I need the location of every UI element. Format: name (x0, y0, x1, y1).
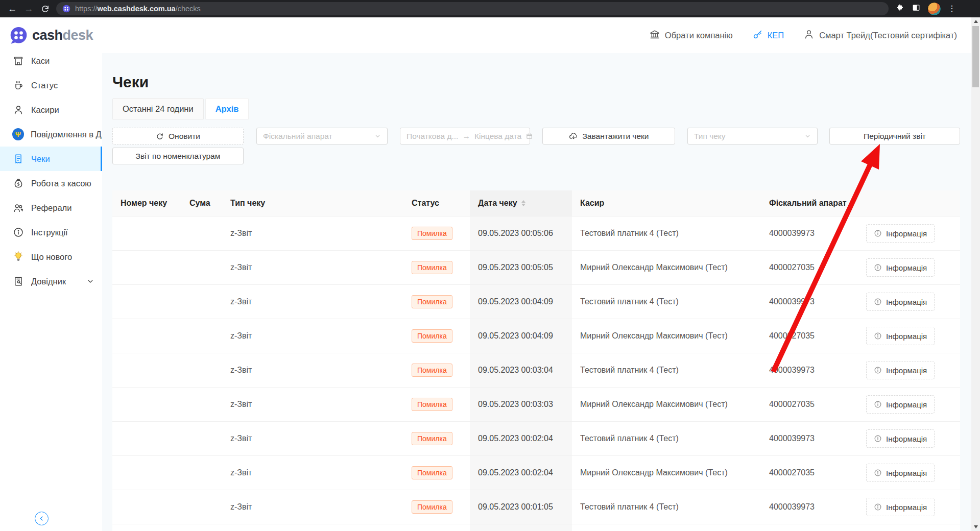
cell-device: 4000039973 (761, 353, 858, 387)
info-button[interactable]: Інформація (866, 498, 935, 516)
column-label: Фіскальний апарат (769, 199, 847, 208)
cell-cashier: Мирний Олександр Максимович (Тест) (572, 456, 761, 490)
table-row: z-ЗвітПомилка09.05.2023 00:03:04Тестовий… (112, 353, 960, 388)
status-badge: Помилка (412, 500, 452, 514)
cell-number (112, 251, 181, 284)
user-name-label: Смарт Трейд(Тестовий сертифікат) (819, 31, 957, 40)
table-header-row: Номер чекуСумаТип чекуСтатусДата чекуКас… (112, 190, 960, 216)
sidebar-item-label: Повідомлення в Д... (31, 130, 102, 139)
column-label: Тип чеку (230, 199, 265, 208)
table-row: z-ЗвітПомилка09.05.2023 00:05:06Тестовий… (112, 216, 960, 251)
browser-profile-avatar[interactable] (927, 2, 941, 16)
cell-device: 4000039973 (761, 285, 858, 319)
cell-number (112, 319, 181, 353)
sidebar-item-referrals[interactable]: Реферали (0, 196, 102, 220)
column-label: Номер чеку (121, 199, 167, 208)
scroll-down-arrow[interactable] (974, 525, 978, 528)
browser-back-icon[interactable]: ← (4, 2, 20, 16)
cell-action: Інформація (858, 388, 960, 421)
info-button[interactable]: Інформація (866, 395, 935, 414)
chevron-down-icon (374, 133, 381, 139)
cell-action: Інформація (858, 319, 960, 353)
sidebar-item-book-search[interactable]: Довідник (0, 269, 102, 294)
status-badge: Помилка (412, 227, 452, 240)
sidebar-item-moneybag[interactable]: Робота з касою (0, 171, 102, 196)
cell-type: z-Звіт (222, 490, 403, 524)
cell-device: 4000027035 (761, 456, 858, 490)
column-header-1: Номер чеку (112, 190, 181, 216)
info-button[interactable]: Інформація (866, 258, 935, 277)
choose-company-button[interactable]: Обрати компанію (649, 29, 733, 42)
column-header-5[interactable]: Дата чеку (470, 190, 572, 216)
cell-sum (181, 524, 222, 531)
cashdesk-logo[interactable]: cashdesk (9, 26, 93, 45)
browser-chrome: ← → https://web.cashdesk.com.ua/checks ⋮ (0, 0, 980, 17)
sidebar-item-label: Чеки (31, 154, 50, 164)
refresh-button[interactable]: Оновити (112, 128, 244, 144)
cashdesk-logo-icon (9, 26, 28, 45)
side-panel-icon[interactable] (912, 3, 921, 14)
refresh-icon (156, 132, 164, 140)
sidebar-item-bulb[interactable]: Що нового (0, 245, 102, 269)
browser-forward-icon[interactable]: → (20, 2, 37, 16)
cell-number (112, 524, 181, 531)
extensions-puzzle-icon[interactable] (896, 3, 905, 14)
table-row: z-ЗвітПомилка09.05.2023 00:04:09Мирний О… (112, 319, 960, 353)
cell-sum (181, 388, 222, 421)
sidebar-item-receipt[interactable]: Чеки (0, 147, 102, 171)
info-button[interactable]: Інформація (866, 293, 935, 311)
sidebar-item-person[interactable]: Касири (0, 98, 102, 122)
cell-action: Інформація (858, 353, 960, 387)
sidebar-item-cup[interactable]: Статус (0, 73, 102, 98)
cloud-download-icon (569, 132, 578, 141)
browser-menu-icon[interactable]: ⋮ (948, 5, 956, 13)
browser-reload-icon[interactable] (37, 2, 53, 16)
info-button[interactable]: Інформація (866, 224, 935, 243)
cell-type: z-Звіт (222, 216, 403, 250)
tab-archive[interactable]: Архів (205, 98, 249, 119)
scrollbar-thumb[interactable] (972, 26, 979, 87)
cell-type: z-Звіт (222, 251, 403, 284)
sidebar-item-diia[interactable]: ΨПовідомлення в Д... (0, 122, 102, 147)
info-button[interactable]: Інформація (866, 327, 935, 345)
fiscal-device-select[interactable]: Фіскальний апарат (256, 128, 388, 144)
kep-button[interactable]: КЕП (752, 29, 784, 42)
user-menu[interactable]: Смарт Трейд(Тестовий сертифікат) (803, 29, 957, 42)
cell-date: 09.05.2023 00:03:04 (470, 353, 572, 387)
status-badge: Помилка (412, 261, 452, 274)
bank-icon (649, 29, 660, 42)
cell-action: Інформація (858, 216, 960, 250)
cell-device: 4000027035 (761, 388, 858, 421)
app-header: cashdesk Обрати компанію КЕП Смарт Трейд… (0, 17, 971, 53)
date-range-picker[interactable]: Початкова д... → Кінцева дата (400, 128, 530, 144)
check-type-select[interactable]: Тип чеку (687, 128, 818, 144)
cell-number (112, 353, 181, 387)
cell-type: z-Звіт (222, 456, 403, 490)
cell-type: z-Звіт (222, 319, 403, 353)
info-button[interactable]: Інформація (866, 361, 935, 379)
cell-type: z-Звіт (222, 388, 403, 421)
status-badge: Помилка (412, 329, 452, 343)
cell-status: Помилка (403, 251, 470, 284)
cashdesk-app: ← → https://web.cashdesk.com.ua/checks ⋮ (0, 0, 980, 531)
receipt-icon (12, 153, 25, 165)
cell-action: Інформація (858, 456, 960, 490)
tab-last-24h[interactable]: Останні 24 години (112, 98, 204, 119)
page-title: Чеки (112, 74, 149, 91)
sidebar-item-info[interactable]: Інструкції (0, 220, 102, 245)
scroll-up-arrow[interactable] (971, 17, 980, 25)
cell-number (112, 456, 181, 490)
info-button[interactable]: Інформація (866, 429, 935, 448)
periodic-report-button[interactable]: Періодичний звіт (829, 128, 960, 144)
address-bar[interactable]: https://web.cashdesk.com.ua/checks (56, 2, 889, 15)
column-header-7: Фіскальний апарат (761, 190, 858, 216)
user-icon (803, 29, 815, 42)
cell-type: z-Звіт (222, 353, 403, 387)
cell-date: 09.05.2023 00:02:04 (470, 422, 572, 455)
sidebar-collapse-button[interactable] (35, 512, 49, 525)
info-button[interactable]: Інформація (866, 464, 935, 482)
download-checks-button[interactable]: Завантажити чеки (542, 128, 675, 144)
nomenclature-report-button[interactable]: Звіт по номенклатурам (112, 148, 244, 164)
sidebar-item-register[interactable]: Каси (0, 49, 102, 73)
page-scrollbar[interactable] (971, 17, 980, 531)
